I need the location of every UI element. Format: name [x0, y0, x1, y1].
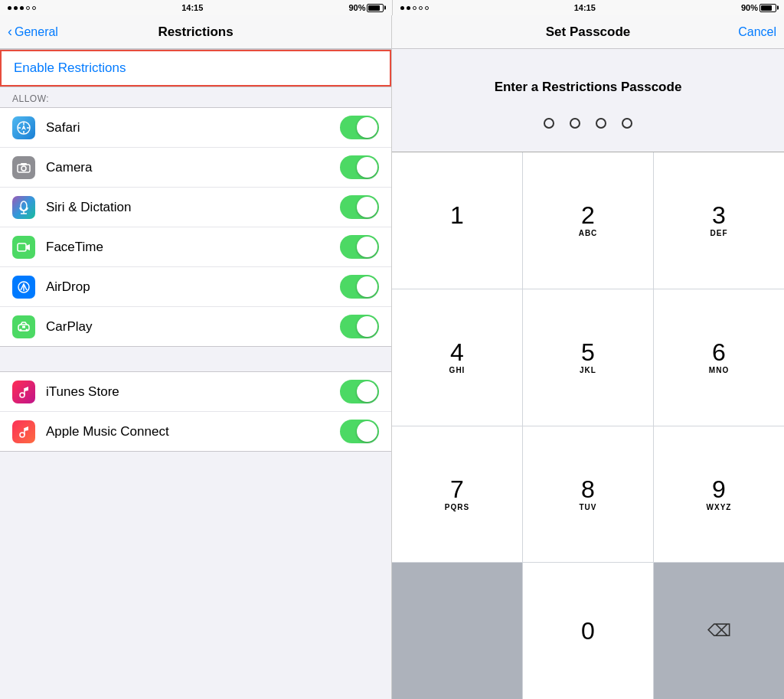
- key-2-number: 2: [581, 203, 595, 227]
- svg-point-17: [20, 328, 22, 331]
- svg-rect-19: [22, 325, 25, 328]
- passcode-nav-bar: Set Passcode Cancel: [392, 15, 784, 49]
- key-9-number: 9: [712, 477, 726, 501]
- key-8[interactable]: 8 TUV: [523, 426, 653, 563]
- itunes-toggle[interactable]: [340, 380, 379, 403]
- enable-restrictions-row[interactable]: Enable Restrictions: [0, 50, 391, 87]
- passcode-dot-1: [544, 118, 554, 129]
- key-8-number: 8: [581, 477, 595, 501]
- dot2: [14, 6, 18, 10]
- restrictions-title: Restrictions: [158, 24, 233, 40]
- passcode-prompt: Enter a Restrictions Passcode: [392, 57, 784, 110]
- key-2[interactable]: 2 ABC: [523, 152, 653, 289]
- key-9[interactable]: 9 WXYZ: [654, 426, 784, 563]
- status-bar-left: 14:15 90%: [0, 0, 393, 15]
- safari-toggle[interactable]: [340, 116, 379, 139]
- backspace-icon: ⌫: [707, 621, 731, 641]
- key-8-letters: TUV: [580, 503, 597, 511]
- key-4[interactable]: 4 GHI: [392, 289, 522, 426]
- carplay-toggle[interactable]: [340, 315, 379, 338]
- svg-marker-5: [21, 125, 26, 130]
- airdrop-toggle[interactable]: [340, 275, 379, 299]
- bottom-settings-list: iTunes Store Apple Music Connect: [0, 371, 391, 452]
- time-left: 14:15: [181, 3, 203, 12]
- siri-row[interactable]: Siri & Dictation: [0, 188, 391, 227]
- battery-right: 90%: [741, 3, 776, 12]
- key-backspace[interactable]: ⌫: [654, 563, 784, 699]
- key-2-letters: ABC: [579, 229, 598, 237]
- itunes-icon: [12, 381, 35, 403]
- status-bar: 14:15 90% 14:15 90%: [0, 0, 784, 15]
- camera-row[interactable]: Camera: [0, 148, 391, 188]
- dot5: [32, 6, 36, 10]
- key-3-number: 3: [712, 203, 726, 227]
- dot2r: [407, 6, 410, 10]
- svg-point-9: [21, 201, 27, 211]
- key-5-number: 5: [581, 340, 595, 364]
- back-button[interactable]: ‹ General: [8, 25, 58, 39]
- facetime-row[interactable]: FaceTime: [0, 227, 391, 267]
- passcode-dot-2: [570, 118, 580, 129]
- siri-label: Siri & Dictation: [46, 200, 340, 215]
- itunes-row[interactable]: iTunes Store: [0, 372, 391, 412]
- airdrop-label: AirDrop: [46, 279, 340, 295]
- allow-section-header: ALLOW:: [0, 87, 391, 107]
- dot5r: [425, 6, 429, 10]
- numeric-keypad: 1 2 ABC 3 DEF 4 GHI 5 JKL 6 MNO: [392, 152, 784, 699]
- section-divider: [0, 347, 391, 371]
- camera-icon: [12, 156, 35, 179]
- key-9-letters: WXYZ: [707, 503, 732, 511]
- apple-music-row[interactable]: Apple Music Connect: [0, 412, 391, 451]
- time-right: 14:15: [574, 3, 596, 12]
- dot1: [8, 6, 11, 10]
- set-passcode-title: Set Passcode: [546, 24, 631, 40]
- key-3-letters: DEF: [710, 229, 728, 237]
- cancel-button[interactable]: Cancel: [738, 25, 776, 39]
- key-empty: [392, 563, 522, 699]
- passcode-dot-3: [596, 118, 606, 129]
- restrictions-nav-bar: ‹ General Restrictions: [0, 15, 391, 49]
- siri-toggle[interactable]: [340, 195, 379, 219]
- siri-icon: [12, 196, 35, 219]
- airdrop-row[interactable]: AirDrop: [0, 267, 391, 307]
- safari-row[interactable]: Safari: [0, 108, 391, 148]
- battery-left: 90%: [348, 3, 384, 12]
- key-6[interactable]: 6 MNO: [654, 289, 784, 426]
- allow-settings-list: Safari Camera Siri & Dictation: [0, 107, 391, 347]
- key-1[interactable]: 1: [392, 152, 522, 289]
- key-0[interactable]: 0: [523, 563, 653, 699]
- chevron-left-icon: ‹: [8, 24, 12, 38]
- svg-point-18: [26, 328, 28, 331]
- svg-point-22: [20, 433, 24, 437]
- enable-restrictions-label[interactable]: Enable Restrictions: [14, 60, 126, 75]
- camera-label: Camera: [46, 160, 340, 175]
- key-1-letters: [456, 229, 459, 237]
- dot3r: [413, 6, 416, 10]
- key-7-number: 7: [450, 477, 464, 501]
- facetime-label: FaceTime: [46, 240, 340, 255]
- key-5[interactable]: 5 JKL: [523, 289, 653, 426]
- apple-music-toggle[interactable]: [340, 420, 379, 443]
- itunes-label: iTunes Store: [46, 384, 340, 400]
- passcode-dots-row: [392, 110, 784, 152]
- carplay-icon: [12, 315, 35, 338]
- facetime-toggle[interactable]: [340, 235, 379, 259]
- svg-point-7: [21, 166, 26, 171]
- facetime-icon: [12, 236, 35, 259]
- camera-toggle[interactable]: [340, 155, 379, 179]
- key-6-number: 6: [712, 340, 726, 364]
- right-panel: Set Passcode Cancel Enter a Restrictions…: [392, 15, 784, 699]
- apple-music-label: Apple Music Connect: [46, 424, 340, 439]
- apple-music-icon: [12, 420, 35, 443]
- carplay-row[interactable]: CarPlay: [0, 307, 391, 346]
- dot3: [20, 6, 24, 10]
- back-label[interactable]: General: [15, 25, 58, 39]
- key-4-letters: GHI: [449, 366, 466, 374]
- passcode-dot-4: [622, 118, 632, 129]
- key-7[interactable]: 7 PQRS: [392, 426, 522, 563]
- safari-icon: [12, 116, 35, 139]
- key-3[interactable]: 3 DEF: [654, 152, 784, 289]
- key-0-number: 0: [581, 619, 595, 643]
- key-6-letters: MNO: [709, 366, 729, 374]
- key-4-number: 4: [450, 340, 464, 364]
